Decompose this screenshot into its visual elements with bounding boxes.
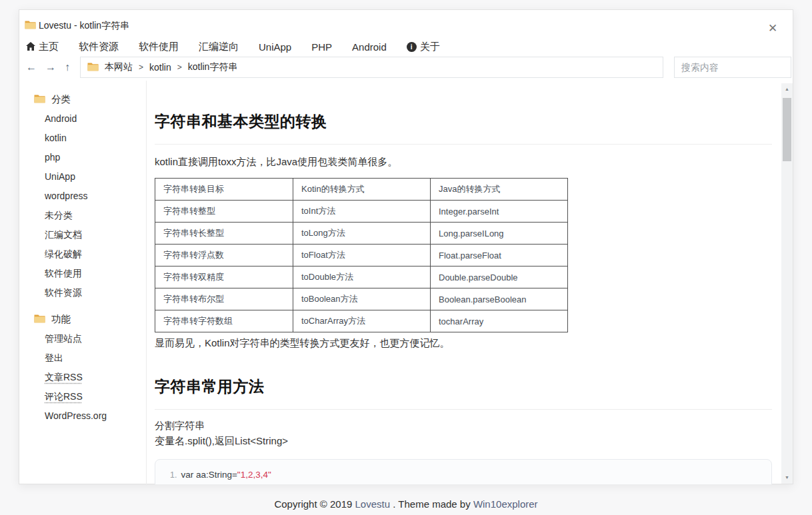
table-cell: toInt方法	[293, 201, 431, 223]
footer-link-lovestu[interactable]: Lovestu	[355, 498, 391, 510]
sidebar-item[interactable]: Android	[19, 109, 146, 129]
nav-item-label: 汇编逆向	[199, 41, 239, 53]
sidebar-item[interactable]: 软件使用	[19, 264, 146, 283]
sidebar-section-header[interactable]: 分类	[19, 90, 146, 109]
code-token: var strlist:List<String> = aa.	[181, 483, 290, 484]
sidebar-item[interactable]: 管理站点	[19, 329, 146, 348]
code-section-desc: 变量名.split(),返回List<String>	[155, 435, 772, 448]
nav-item-label: 关于	[420, 41, 440, 53]
up-icon[interactable]: ↑	[65, 62, 70, 73]
folder-icon	[87, 62, 99, 73]
nav-item-uniapp[interactable]: UniApp	[259, 41, 291, 53]
sidebar-list: AndroidkotlinphpUniAppwordpress未分类汇编文档绿化…	[19, 109, 146, 302]
table-row: 字符串转长整型toLong方法Long.parseILong	[155, 223, 568, 245]
nav-item-label: 主页	[39, 41, 59, 53]
table-cell: toCharArray方法	[293, 310, 431, 332]
nav-item-php[interactable]: PHP	[311, 41, 332, 53]
conversion-table-body: 字符串转换目标Kotin的转换方式Java的转换方式字符串转整型toInt方法I…	[155, 179, 568, 332]
table-cell: Integer.parseInt	[431, 201, 568, 223]
sidebar-item[interactable]: 未分类	[19, 206, 146, 225]
nav-item-label: UniApp	[259, 41, 291, 53]
article-paragraph: 显而易见，Kotlin对字符串的类型转换方式更友好，也更方便记忆。	[155, 337, 772, 350]
table-row: 字符串转换目标Kotin的转换方式Java的转换方式	[155, 179, 568, 201]
divider	[155, 144, 772, 145]
code-line: 2.var strlist:List<String> = aa.split(",…	[170, 482, 761, 484]
breadcrumb[interactable]: 本网站 > kotlin > kotlin字符串	[80, 57, 663, 78]
nav-item-android[interactable]: Android	[352, 41, 387, 53]
footer-link-theme[interactable]: Win10explorer	[473, 498, 538, 510]
sidebar-section-title: 分类	[51, 93, 71, 106]
table-row: 字符串转字符数组toCharArray方法tocharArray	[155, 310, 568, 332]
table-cell: Boolean.parseBoolean	[431, 288, 568, 310]
search-input[interactable]	[674, 57, 791, 78]
nav-item-software-usage[interactable]: 软件使用	[139, 41, 179, 53]
vertical-scrollbar[interactable]: ▲ ▼	[781, 83, 793, 484]
table-cell: 字符串转浮点数	[155, 245, 293, 266]
breadcrumb-page[interactable]: kotlin字符串	[188, 61, 238, 73]
back-icon[interactable]: ←	[26, 62, 37, 73]
line-number: 2.	[170, 484, 177, 484]
copyright-text: . Theme made by	[390, 498, 473, 510]
table-cell: 字符串转字符数组	[155, 310, 293, 332]
line-number: 1.	[170, 470, 177, 480]
sidebar-item[interactable]: php	[19, 148, 146, 167]
code-token: )	[318, 483, 321, 484]
nav-item-label: 软件资源	[79, 41, 119, 53]
sidebar-item[interactable]: 绿化破解	[19, 245, 146, 264]
nav-item-software-resources[interactable]: 软件资源	[79, 41, 119, 53]
scrollbar-thumb[interactable]	[783, 98, 791, 161]
sidebar-section-functions: 功能 管理站点登出文章RSS评论RSSWordPress.org	[19, 310, 146, 426]
home-icon	[26, 41, 35, 53]
folder-icon	[25, 20, 36, 32]
divider	[155, 409, 772, 410]
nav-item-label: Android	[352, 41, 387, 53]
code-line: 1.var aa:String="1,2,3,4"	[170, 468, 761, 482]
sidebar-section-categories: 分类 AndroidkotlinphpUniAppwordpress未分类汇编文…	[19, 90, 146, 302]
nav-item-asm-reverse[interactable]: 汇编逆向	[199, 41, 239, 53]
sidebar-item[interactable]: UniApp	[19, 167, 146, 187]
forward-icon[interactable]: →	[45, 62, 56, 73]
main-nav: 主页 软件资源 软件使用 汇编逆向 UniApp PHP Android i	[19, 37, 793, 57]
sidebar-item[interactable]: 汇编文档	[19, 225, 146, 245]
conversion-table: 字符串转换目标Kotin的转换方式Java的转换方式字符串转整型toInt方法I…	[155, 178, 568, 332]
table-cell: 字符串转布尔型	[155, 288, 293, 310]
breadcrumb-category[interactable]: kotlin	[149, 62, 171, 73]
table-cell: 字符串转换目标	[155, 179, 293, 201]
info-icon: i	[407, 42, 417, 52]
table-cell: Kotin的转换方式	[293, 179, 431, 201]
table-row: 字符串转双精度toDouble方法Double.parseDouble	[155, 266, 568, 288]
table-cell: 字符串转长整型	[155, 223, 293, 245]
table-cell: tocharArray	[431, 310, 568, 332]
sidebar-item[interactable]: WordPress.org	[19, 406, 146, 426]
sidebar-item[interactable]: 软件资源	[19, 283, 146, 302]
sidebar-item[interactable]: 评论RSS	[19, 387, 146, 406]
table-cell: Double.parseDouble	[431, 266, 568, 288]
article-heading-1: 字符串和基本类型的转换	[155, 111, 772, 132]
table-row: 字符串转浮点数toFloat方法Float.parseFloat	[155, 245, 568, 266]
breadcrumb-separator: >	[177, 63, 182, 72]
table-row: 字符串转布尔型toBoolean方法Boolean.parseBoolean	[155, 288, 568, 310]
scroll-up-icon[interactable]: ▲	[781, 85, 793, 94]
sidebar-section-header[interactable]: 功能	[19, 310, 146, 329]
table-cell: toFloat方法	[293, 245, 431, 266]
code-block-lines: 1.var aa:String="1,2,3,4"2.var strlist:L…	[170, 468, 761, 484]
nav-item-label: 软件使用	[139, 41, 179, 53]
code-token: ","	[309, 483, 318, 484]
nav-item-home[interactable]: 主页	[26, 41, 59, 53]
sidebar-item[interactable]: wordpress	[19, 187, 146, 206]
code-token: split	[290, 483, 306, 484]
copyright-text: Copyright © 2019	[274, 498, 355, 510]
nav-item-label: PHP	[311, 41, 332, 53]
table-cell: toLong方法	[293, 223, 431, 245]
nav-item-about[interactable]: i 关于	[407, 41, 440, 53]
sidebar-item[interactable]: 登出	[19, 348, 146, 368]
table-cell: Java的转换方式	[431, 179, 568, 201]
breadcrumb-site[interactable]: 本网站	[105, 61, 133, 73]
scroll-down-icon[interactable]: ▼	[781, 473, 793, 482]
table-cell: Long.parseILong	[431, 223, 568, 245]
sidebar-item[interactable]: kotlin	[19, 129, 146, 148]
close-icon[interactable]: ✕	[765, 21, 781, 37]
sidebar-item[interactable]: 文章RSS	[19, 368, 146, 387]
table-cell: 字符串转双精度	[155, 266, 293, 288]
folder-icon	[34, 94, 45, 105]
